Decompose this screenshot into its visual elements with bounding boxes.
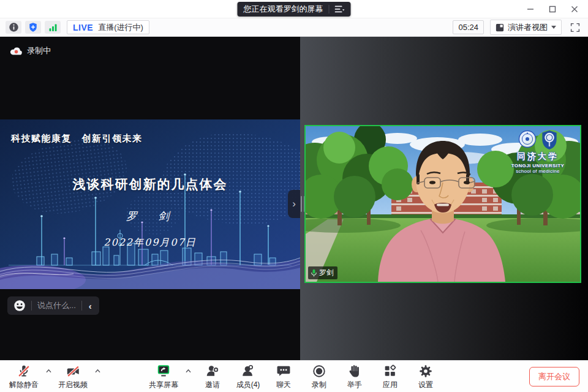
info-icon bbox=[9, 22, 19, 32]
fullscreen-button[interactable] bbox=[568, 21, 582, 34]
toolbar-item-invite[interactable]: 邀请 bbox=[197, 361, 228, 392]
toolbar-item-start-video[interactable]: 开启视频 bbox=[57, 361, 89, 392]
toolbar-item-label: 聊天 bbox=[276, 380, 291, 390]
cloud-recording-icon bbox=[10, 47, 22, 56]
meeting-security-button[interactable] bbox=[25, 21, 41, 34]
toolbar-item-unmute[interactable]: 解除静音 bbox=[8, 361, 40, 392]
slide-author-text: 罗 剑 bbox=[0, 209, 300, 224]
screen-share-menu-icon[interactable] bbox=[335, 6, 345, 13]
presentation-slide: 科技赋能康复 创新引领未来 浅谈科研创新的几点体会 罗 剑 2022年09月07… bbox=[0, 119, 300, 289]
view-mode-label: 演讲者视图 bbox=[508, 22, 548, 33]
emoji-button[interactable] bbox=[13, 300, 26, 312]
meeting-bottom-toolbar: 解除静音 开启视频 共享屏幕 邀请 成员(4) bbox=[0, 360, 588, 392]
toolbar-item-label: 共享屏幕 bbox=[149, 380, 178, 390]
recording-label: 录制中 bbox=[27, 45, 51, 56]
meeting-top-toolbar: LIVE 直播(进行中) 05:24 演讲者视图 bbox=[0, 18, 588, 37]
toolbar-item-label: 解除静音 bbox=[9, 380, 39, 390]
window-controls bbox=[519, 0, 586, 18]
close-button[interactable] bbox=[564, 0, 586, 18]
toolbar-item-label: 邀请 bbox=[205, 380, 220, 390]
chat-bar-divider bbox=[31, 301, 32, 311]
share-options-chevron[interactable] bbox=[181, 361, 195, 392]
minimize-button[interactable] bbox=[519, 0, 541, 18]
toolbar-item-members[interactable]: 成员(4) bbox=[232, 361, 264, 392]
meeting-info-button[interactable] bbox=[6, 21, 21, 34]
toolbar-item-label: 举手 bbox=[347, 380, 362, 390]
shield-icon bbox=[28, 22, 38, 32]
slide-decoration-graphic bbox=[0, 119, 300, 289]
toolbar-spacer bbox=[443, 361, 529, 392]
toolbar-item-apps[interactable]: 应用 bbox=[374, 361, 406, 392]
speaker-video-tile: 罗剑 同济大学 TONGJI UNIVERSITY school of medi… bbox=[304, 125, 581, 283]
network-quality-button[interactable] bbox=[45, 21, 61, 34]
toolbar-item-label: 应用 bbox=[383, 380, 398, 390]
gear-icon bbox=[418, 363, 433, 379]
smiley-icon bbox=[13, 300, 26, 312]
camera-muted-icon bbox=[66, 363, 81, 379]
recording-indicator: 录制中 bbox=[10, 45, 51, 56]
screen-watching-title: 您正在观看罗剑的屏幕 bbox=[244, 4, 323, 15]
toolbar-item-label: 开启视频 bbox=[58, 380, 88, 390]
toolbar-item-label: 录制 bbox=[312, 380, 326, 390]
microphone-on-icon bbox=[311, 269, 317, 277]
toolbar-item-record[interactable]: 录制 bbox=[303, 361, 335, 392]
members-icon bbox=[241, 363, 255, 379]
window-title-bar: 您正在观看罗剑的屏幕 bbox=[0, 0, 588, 18]
layout-view-icon bbox=[496, 23, 504, 32]
view-mode-selector[interactable]: 演讲者视图 bbox=[490, 20, 562, 35]
chat-input[interactable]: 说点什么... bbox=[37, 300, 76, 311]
screen-watching-pill: 您正在观看罗剑的屏幕 bbox=[238, 2, 351, 17]
live-label: LIVE bbox=[73, 23, 93, 32]
leave-meeting-button[interactable]: 离开会议 bbox=[529, 367, 579, 386]
slide-header-text: 科技赋能康复 创新引领未来 bbox=[11, 133, 143, 145]
toolbar-item-settings[interactable]: 设置 bbox=[410, 361, 442, 392]
slide-date-text: 2022年09月07日 bbox=[0, 236, 300, 249]
participant-name-badge: 罗剑 bbox=[308, 266, 337, 279]
raise-hand-icon bbox=[347, 363, 362, 379]
toolbar-item-raise-hand[interactable]: 举手 bbox=[339, 361, 371, 392]
participant-name: 罗剑 bbox=[319, 268, 334, 278]
toolbar-item-label: 设置 bbox=[418, 380, 433, 390]
chat-bubble-icon bbox=[276, 363, 291, 379]
video-options-chevron[interactable] bbox=[91, 361, 104, 392]
microphone-muted-icon bbox=[17, 363, 31, 379]
live-stream-badge[interactable]: LIVE 直播(进行中) bbox=[67, 20, 149, 34]
live-status-text: 直播(进行中) bbox=[98, 22, 143, 33]
chevron-down-icon bbox=[551, 26, 556, 29]
share-screen-active-icon bbox=[156, 363, 172, 379]
chat-collapse-arrow[interactable]: ‹ bbox=[88, 301, 93, 311]
audio-options-chevron[interactable] bbox=[42, 361, 55, 392]
toolbar-item-label: 成员(4) bbox=[236, 380, 260, 390]
pill-divider bbox=[329, 5, 330, 13]
signal-bars-icon bbox=[48, 23, 58, 32]
maximize-button[interactable] bbox=[541, 0, 564, 18]
speaker-video-feed bbox=[306, 126, 580, 282]
chat-bar-divider bbox=[81, 301, 82, 311]
toolbar-gap bbox=[104, 361, 146, 392]
slide-title-text: 浅谈科研创新的几点体会 bbox=[0, 176, 300, 193]
meeting-main-area: 录制中 bbox=[0, 37, 588, 360]
record-icon bbox=[312, 363, 326, 379]
toolbar-item-share-screen[interactable]: 共享屏幕 bbox=[148, 361, 179, 392]
toolbar-item-chat[interactable]: 聊天 bbox=[268, 361, 300, 392]
panel-expand-handle[interactable]: › bbox=[288, 190, 300, 218]
video-panel: 罗剑 同济大学 TONGJI UNIVERSITY school of medi… bbox=[300, 37, 588, 360]
meeting-timer: 05:24 bbox=[453, 20, 484, 34]
chat-quick-bar: 说点什么... ‹ bbox=[7, 296, 99, 315]
shared-screen-panel: 录制中 bbox=[0, 37, 300, 360]
apps-grid-icon bbox=[383, 363, 398, 379]
invite-person-icon bbox=[205, 363, 220, 379]
fullscreen-icon bbox=[570, 23, 580, 32]
